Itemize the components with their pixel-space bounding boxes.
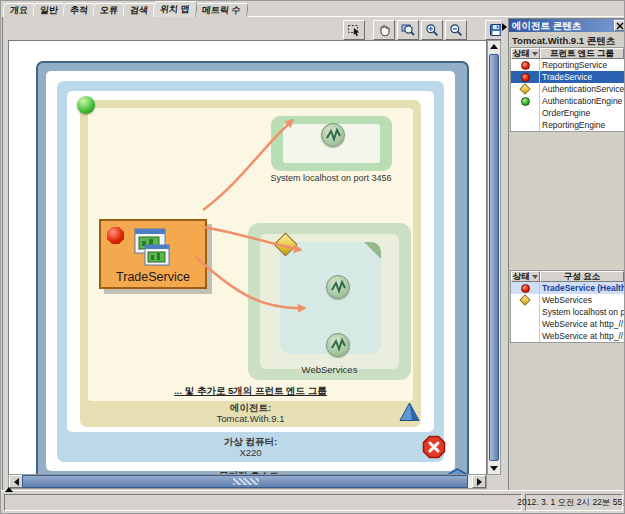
status-message-field — [4, 494, 522, 511]
clock-field: 2012. 3. 1 오전 2시 22분 55초 — [525, 494, 623, 511]
metric-icon[interactable] — [326, 275, 350, 299]
status-red-icon — [521, 284, 530, 293]
virtual-machine-name: X220 — [57, 447, 444, 458]
frontend-group-column-header[interactable]: 프런트 엔드 그룹 — [540, 48, 624, 59]
webservices-label: WebServices — [248, 364, 411, 375]
hand-icon — [377, 23, 391, 37]
trade-service-node[interactable]: TradeService — [99, 219, 207, 289]
virtual-machine-band: 가상 컴퓨터: X220 — [57, 436, 444, 458]
marquee-select-button[interactable] — [343, 20, 365, 40]
table-row[interactable]: WebService at http_//12... — [511, 330, 624, 342]
agent-name: Tomcat.With.9.1 — [80, 413, 421, 424]
panel-title: 에이전트 콘텐츠 — [509, 19, 625, 32]
more-frontend-groups-note[interactable]: ... 및 추가로 5개의 프런트 엔드 그룹 — [88, 385, 413, 398]
frontend-groups-table: 상태 프런트 엔드 그룹 ReportingService TradeServi… — [510, 47, 625, 132]
pan-tool-button[interactable] — [373, 20, 395, 40]
vertical-scrollbar-thumb[interactable] — [489, 54, 499, 461]
scroll-right-button[interactable] — [472, 475, 486, 488]
trade-service-label: TradeService — [101, 270, 205, 284]
application-window: 개요 일반 추적 오류 검색 위치 맵 메트릭 수 — [0, 0, 625, 514]
scroll-up-icon[interactable] — [490, 44, 498, 49]
zoom-in-button[interactable] — [421, 20, 443, 40]
table-row[interactable]: AuthenticationService — [511, 83, 624, 95]
tab-metric-count[interactable]: 메트릭 수 — [194, 3, 248, 17]
table-row[interactable]: System localhost on por... — [511, 306, 624, 318]
zoom-out-button[interactable] — [445, 20, 467, 40]
table-row[interactable]: WebServices — [511, 294, 624, 306]
metric-icon[interactable] — [326, 333, 350, 357]
horizontal-scrollbar[interactable] — [8, 474, 487, 489]
status-yellow-icon — [519, 83, 530, 94]
table-row[interactable]: ReportingEngine — [511, 119, 624, 131]
panel-splitter[interactable] — [501, 19, 508, 487]
error-x-icon[interactable] — [422, 435, 446, 463]
metric-icon[interactable] — [321, 123, 345, 147]
status-red-icon — [521, 73, 530, 82]
status-column-header[interactable]: 상태 — [511, 48, 540, 59]
tab-errors[interactable]: 오류 — [92, 3, 125, 17]
zoom-in-icon — [425, 23, 439, 37]
status-header-label: 상태 — [513, 48, 530, 60]
table-row[interactable]: ReportingService — [511, 59, 624, 71]
zoom-region-button[interactable] — [397, 20, 419, 40]
sort-desc-icon — [532, 52, 538, 56]
tab-overview[interactable]: 개요 — [2, 3, 35, 17]
panel-close-button[interactable] — [614, 20, 625, 31]
status-red-icon — [107, 227, 124, 244]
scroll-right-icon — [477, 478, 482, 486]
map-toolbar — [7, 19, 507, 41]
thumb-grip — [233, 478, 259, 485]
folded-corner-icon — [364, 242, 381, 259]
table-row-selected[interactable]: TradeService — [511, 71, 624, 83]
table-row-highlighted[interactable]: TradeService (Health) — [511, 282, 624, 294]
zoom-out-icon — [449, 23, 463, 37]
tab-bar: 개요 일반 추적 오류 검색 위치 맵 메트릭 수 — [3, 1, 245, 17]
table-row[interactable]: OrderEngine — [511, 107, 624, 119]
status-green-icon — [521, 97, 530, 106]
vertical-scrollbar[interactable] — [487, 40, 501, 475]
pyramid-icon[interactable] — [398, 401, 421, 427]
zoom-region-icon — [401, 23, 415, 37]
scroll-down-icon[interactable] — [490, 466, 498, 471]
agent-contents-panel: 에이전트 콘텐츠 Tomcat.With.9.1 콘텐츠 상태 프런트 엔드 그… — [508, 18, 625, 492]
status-yellow-icon — [519, 294, 530, 305]
table-header-row: 상태 구성 요소 — [511, 271, 624, 282]
table-row[interactable]: AuthenticationEngine — [511, 95, 624, 107]
status-column-header[interactable]: 상태 — [511, 271, 540, 282]
tab-location-map[interactable]: 위치 맵 — [152, 1, 197, 17]
status-bar: 2012. 3. 1 오전 2시 22분 55초 — [1, 490, 625, 514]
agent-status-sphere-icon[interactable] — [77, 96, 95, 114]
collapse-panel-icon[interactable] — [502, 23, 507, 31]
webservices-group[interactable]: WebServices — [248, 223, 411, 380]
tab-general[interactable]: 일반 — [32, 3, 65, 17]
virtual-machine-label: 가상 컴퓨터: — [57, 436, 444, 447]
table-header-row: 상태 프런트 엔드 그룹 — [511, 48, 624, 59]
system-node[interactable] — [271, 116, 392, 171]
close-icon — [616, 22, 624, 30]
map-canvas[interactable]: System localhost on port 3456 WebService… — [8, 40, 487, 475]
marquee-select-icon — [347, 23, 362, 38]
status-red-icon — [521, 61, 530, 70]
table-row[interactable]: WebService at http_//12... — [511, 318, 624, 330]
agent-label: 에이전트: — [80, 402, 421, 413]
map-view: System localhost on port 3456 WebService… — [2, 16, 625, 491]
agent-band: 에이전트: Tomcat.With.9.1 — [80, 402, 421, 424]
scroll-left-icon — [14, 478, 19, 486]
sort-desc-icon — [532, 275, 538, 279]
statusbar-resize-icon[interactable] — [5, 487, 13, 492]
component-column-header[interactable]: 구성 요소 — [540, 271, 624, 282]
tab-search[interactable]: 검색 — [122, 3, 155, 17]
horizontal-scrollbar-thumb[interactable] — [22, 475, 468, 488]
system-node-label: System localhost on port 3456 — [251, 173, 411, 183]
status-header-label: 상태 — [513, 271, 530, 283]
application-windows-icon — [131, 228, 175, 272]
tab-traces[interactable]: 추적 — [62, 3, 95, 17]
components-table: 상태 구성 요소 TradeService (Health) WebServic… — [510, 270, 625, 343]
